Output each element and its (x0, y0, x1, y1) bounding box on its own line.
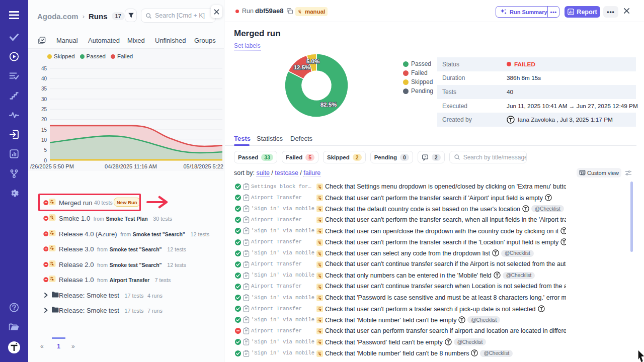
svg-text:45: 45 (41, 66, 47, 71)
svg-text:40: 40 (41, 76, 47, 81)
svg-text:0: 0 (44, 158, 47, 163)
svg-text:5.0%: 5.0% (306, 58, 319, 64)
svg-text:/26/2025 5:50 PM: /26/2025 5:50 PM (30, 163, 74, 169)
svg-text:05/18/2025 5:22: 05/18/2025 5:22 (183, 163, 223, 169)
svg-text:25: 25 (41, 107, 47, 112)
svg-text:12.5%: 12.5% (294, 64, 310, 70)
svg-text:5: 5 (44, 147, 47, 153)
svg-text:10: 10 (41, 137, 47, 143)
svg-text:35: 35 (41, 86, 47, 92)
svg-text:82.5%: 82.5% (320, 102, 337, 108)
svg-text:04/28/2025 11:16 AM: 04/28/2025 11:16 AM (105, 163, 157, 169)
svg-text:20: 20 (41, 117, 47, 122)
svg-text:30: 30 (41, 97, 47, 102)
svg-text:15: 15 (41, 127, 47, 133)
